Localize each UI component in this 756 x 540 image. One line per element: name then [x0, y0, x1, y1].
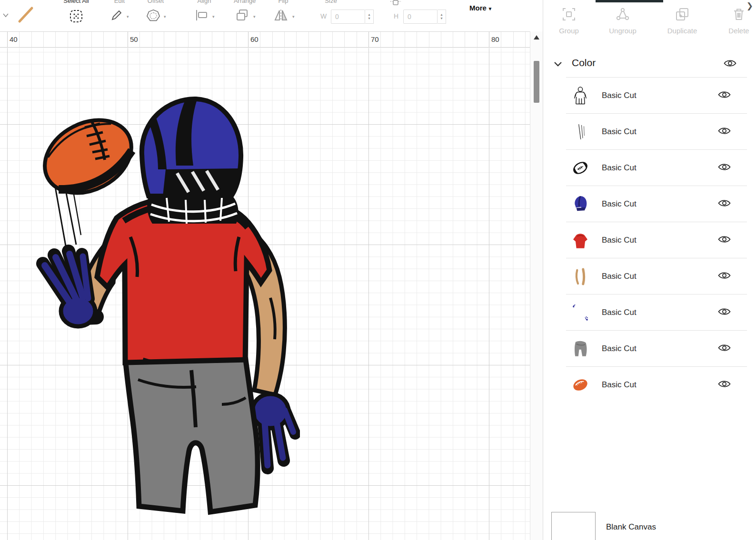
flip-button[interactable]: Flip ▾: [269, 0, 297, 29]
scroll-up-arrow[interactable]: [534, 35, 539, 39]
select-all-label: Select All: [63, 0, 89, 4]
pencil-icon: [110, 9, 123, 24]
width-label: W: [320, 12, 327, 20]
color-group-header[interactable]: Color: [543, 51, 756, 77]
height-stepper[interactable]: ▴▾: [438, 10, 446, 24]
chevron-down-icon: [3, 13, 9, 17]
layer-row-helmet[interactable]: Basic Cut: [566, 186, 747, 222]
layer-label: Basic Cut: [602, 272, 637, 281]
layer-row-motion-lines[interactable]: Basic Cut: [566, 113, 747, 149]
ruler-tick-80: 80: [491, 35, 499, 43]
layer-thumbnail-orange-football: [570, 374, 591, 395]
visibility-eye-icon[interactable]: [718, 271, 731, 282]
layer-list: Basic Cut Basic Cut Basic Cut: [566, 77, 747, 403]
layer-thumbnail-arms: [570, 266, 591, 287]
visibility-eye-icon[interactable]: [718, 163, 731, 173]
offset-label: Offset: [148, 0, 164, 4]
group-label: Group: [554, 27, 584, 35]
chevron-down-icon: ▾: [212, 14, 215, 19]
trash-icon: [731, 7, 746, 22]
offset-button[interactable]: Offset ▾: [141, 0, 170, 29]
delete-button[interactable]: Delete: [722, 7, 756, 35]
ruler-tick-50: 50: [130, 35, 138, 43]
linetype-swatch[interactable]: [16, 6, 35, 26]
more-button[interactable]: More ▼: [469, 4, 493, 12]
layer-label: Basic Cut: [602, 127, 637, 137]
layer-actions-bar: Group Ungroup Duplicate: [543, 7, 756, 48]
design-canvas[interactable]: [0, 48, 530, 540]
layer-row-jersey[interactable]: Basic Cut: [566, 222, 747, 258]
football-player-illustration: [24, 93, 300, 517]
edit-label: Edit: [114, 0, 125, 4]
arrange-label: Arrange: [234, 0, 256, 4]
blank-canvas-row[interactable]: Blank Canvas: [543, 508, 756, 540]
ungroup-icon: [615, 7, 630, 22]
layers-panel: ❯ Group Ungroup: [543, 0, 756, 540]
polygon-offset-icon: [146, 9, 160, 25]
scrollbar-thumb[interactable]: [534, 61, 539, 103]
football-shape: [32, 106, 144, 207]
layer-row-arms[interactable]: Basic Cut: [566, 258, 747, 294]
visibility-eye-icon[interactable]: [718, 380, 731, 390]
align-icon: [195, 9, 209, 24]
layer-row-pants[interactable]: Basic Cut: [566, 330, 747, 366]
chevron-down-icon: ▾: [127, 14, 129, 19]
layer-label: Basic Cut: [602, 308, 637, 317]
height-field[interactable]: ▴▾: [403, 10, 446, 24]
align-button[interactable]: Align ▾: [190, 0, 218, 29]
mirror-icon: [274, 9, 288, 24]
duplicate-button[interactable]: Duplicate: [663, 7, 701, 35]
flip-label: Flip: [279, 0, 288, 4]
ungroup-label: Ungroup: [606, 27, 639, 35]
visibility-eye-icon[interactable]: [718, 199, 731, 209]
color-group-title: Color: [572, 57, 596, 69]
width-input[interactable]: [331, 10, 365, 24]
edit-button[interactable]: Edit ▾: [106, 0, 133, 29]
layer-label: Basic Cut: [602, 236, 637, 245]
swatch-dropdown[interactable]: [0, 10, 11, 19]
visibility-eye-icon[interactable]: [718, 307, 731, 318]
layer-label: Basic Cut: [602, 199, 637, 209]
blank-canvas-thumbnail: [551, 512, 596, 540]
select-all-button[interactable]: Select All: [61, 0, 91, 29]
football-player-artwork[interactable]: [24, 93, 300, 517]
ruler-tick-70: 70: [371, 35, 379, 43]
aspect-lock-icon[interactable]: [390, 0, 401, 9]
visibility-eye-icon[interactable]: [718, 344, 731, 354]
layer-row-body-outline[interactable]: Basic Cut: [566, 77, 747, 113]
height-label: H: [394, 12, 398, 20]
layer-label: Basic Cut: [602, 91, 637, 100]
width-field[interactable]: ▴▾: [331, 10, 374, 24]
visibility-eye-icon[interactable]: [718, 127, 731, 137]
line-swatch-icon: [17, 6, 34, 24]
height-input[interactable]: [403, 10, 438, 24]
layer-thumbnail-pants: [570, 338, 591, 359]
align-label: Align: [198, 0, 211, 4]
group-button[interactable]: Group: [554, 7, 584, 35]
layer-thumbnail-body-outline: [570, 85, 591, 106]
canvas-vertical-scrollbar[interactable]: [530, 31, 543, 540]
layer-thumbnail-football-outline: [570, 157, 591, 178]
layer-thumbnail-jersey: [570, 230, 591, 251]
duplicate-icon: [675, 7, 690, 22]
active-tab-underline: [596, 0, 663, 2]
horizontal-ruler: 40 50 60 70 80: [0, 31, 530, 48]
select-all-icon: [69, 9, 84, 26]
blank-canvas-label: Blank Canvas: [606, 522, 656, 532]
chevron-down-icon: ▾: [292, 14, 295, 19]
chevron-down-icon[interactable]: [554, 60, 562, 69]
ruler-tick-40: 40: [10, 35, 18, 43]
visibility-eye-icon[interactable]: [724, 59, 736, 69]
layer-row-blue-details[interactable]: Basic Cut: [566, 294, 747, 330]
size-label: Size: [325, 0, 337, 4]
layer-label: Basic Cut: [602, 163, 637, 173]
layer-row-orange-football[interactable]: Basic Cut: [566, 366, 747, 403]
visibility-eye-icon[interactable]: [718, 90, 731, 101]
ungroup-button[interactable]: Ungroup: [606, 7, 639, 35]
visibility-eye-icon[interactable]: [718, 235, 731, 245]
arrange-button[interactable]: Arrange ▾: [229, 0, 260, 29]
layers-icon: [235, 9, 249, 24]
layer-row-football-outline[interactable]: Basic Cut: [566, 149, 747, 186]
width-stepper[interactable]: ▴▾: [365, 10, 374, 24]
layer-label: Basic Cut: [602, 380, 637, 390]
